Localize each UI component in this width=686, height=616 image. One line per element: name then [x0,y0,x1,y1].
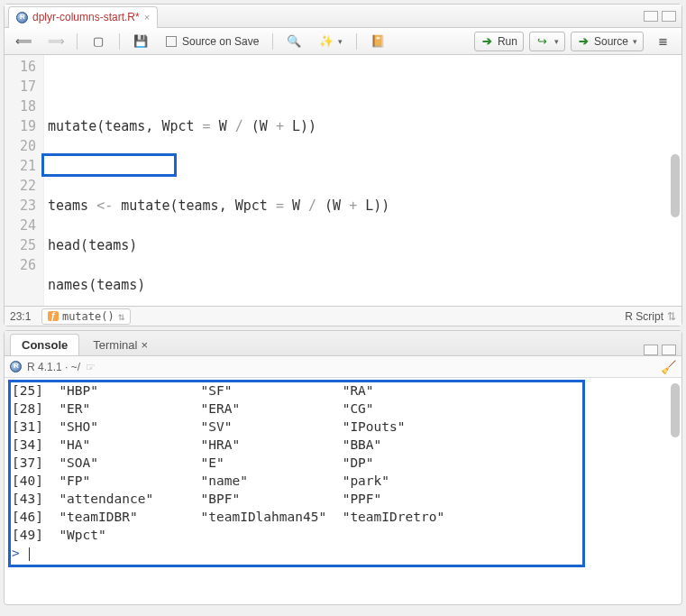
tab-terminal[interactable]: Terminal × [81,334,160,355]
cursor-position: 23:1 [10,310,31,323]
pane-window-controls [644,345,681,355]
pane-window-controls [644,11,681,22]
source-on-save-label: Source on Save [182,35,259,48]
console-output[interactable]: [25] "HBP" "SF" "RA"[28] "ER" "ERA" "CG"… [5,378,681,604]
line-number: 19 [8,116,36,136]
line-number: 23 [8,196,36,216]
scrollbar-thumb[interactable] [671,383,680,437]
tab-filename: dplyr-columns-start.R* [32,11,140,23]
source-button[interactable]: ➔ Source ▾ [571,32,644,51]
console-row: [25] "HBP" "SF" "RA" [12,382,674,400]
text-cursor [29,547,30,561]
code-line: names(teams) [48,275,678,295]
current-function: mutate() [62,310,114,323]
console-row: [37] "SOA" "E" "DP" [12,454,674,472]
maximize-pane-icon[interactable] [662,11,676,22]
line-gutter: 16 17 18 19 20 21 22 23 24 25 26 [5,55,44,306]
find-button[interactable]: 🔍 [280,32,307,51]
maximize-pane-icon[interactable] [662,345,676,355]
console-row: [43] "attendance" "BPF" "PPF" [12,490,674,508]
minimize-pane-icon[interactable] [644,11,658,22]
console-row: [31] "SHO" "SV" "IPouts" [12,418,674,436]
back-button[interactable]: ⟸ [10,32,37,51]
separator [356,33,357,50]
show-in-new-window-button[interactable]: ▢ [85,32,112,51]
clear-console-icon[interactable]: 🧹 [661,360,676,374]
line-number: 25 [8,235,36,255]
checkbox-icon [166,36,177,47]
forward-button[interactable]: ⟹ [42,32,69,51]
r-logo-icon [10,361,22,372]
console-subbar: R 4.1.1 · ~/ ☞ 🧹 [5,356,681,378]
code-line [48,77,678,97]
language-mode[interactable]: R Script [625,310,663,323]
code-editor[interactable]: 16 17 18 19 20 21 22 23 24 25 26 mutate(… [5,55,681,306]
line-number: 22 [8,176,36,196]
code-line: mutate(teams, Wpct = W / (W + L)) [48,116,678,136]
line-number: 21 [8,156,36,176]
rerun-button[interactable]: ↪▾ [529,32,565,51]
source-pane: dplyr-columns-start.R* × ⟸ ⟹ ▢ 💾 Source … [4,4,682,326]
save-button[interactable]: 💾 [127,32,154,51]
line-number: 20 [8,136,36,156]
source-statusbar: 23:1 ƒ mutate() ⇅ R Script ⇅ [5,306,681,326]
r-file-icon [16,12,28,23]
source-tabstrip: dplyr-columns-start.R* × [5,5,681,28]
run-label: Run [498,35,517,48]
minimize-pane-icon[interactable] [644,345,658,355]
function-badge-icon: ƒ [48,311,59,321]
console-row: [34] "HA" "HRA" "BBA" [12,436,674,454]
source-on-save-toggle[interactable]: Source on Save [160,32,265,51]
tab-console-label: Console [22,338,68,352]
close-icon[interactable]: × [144,12,150,23]
console-row: [28] "ER" "ERA" "CG" [12,400,674,418]
line-number: 24 [8,216,36,235]
code-area[interactable]: mutate(teams, Wpct = W / (W + L)) teams … [44,55,681,306]
console-row: [40] "FP" "name" "park" [12,472,674,490]
console-prompt-line[interactable]: > [12,544,674,562]
code-line [48,156,678,176]
close-icon[interactable]: × [141,338,148,352]
code-line: teams <- mutate(teams, Wpct = W / (W + L… [48,196,678,216]
line-number: 16 [8,57,36,77]
line-number: 17 [8,77,36,97]
console-row: [46] "teamIDBR" "teamIDlahman45" "teamID… [12,508,674,526]
function-navigator[interactable]: ƒ mutate() ⇅ [41,308,131,325]
r-session-label: R 4.1.1 · ~/ [27,361,80,373]
source-btn-label: Source [594,35,628,48]
prompt-symbol: > [12,546,20,560]
separator [119,33,120,50]
tab-terminal-label: Terminal [93,338,137,352]
outline-button[interactable]: ≣ [649,32,676,51]
source-toolbar: ⟸ ⟹ ▢ 💾 Source on Save 🔍 ✨▾ 📔 ➔ Run ↪▾ ➔… [5,28,681,55]
code-tools-button[interactable]: ✨▾ [313,32,349,51]
separator [272,33,273,50]
scrollbar-thumb[interactable] [671,154,680,217]
console-row: [49] "Wpct" [12,526,674,544]
line-number: 18 [8,97,36,116]
run-button[interactable]: ➔ Run [474,32,524,51]
tab-console[interactable]: Console [10,334,79,355]
line-number: 26 [8,255,36,275]
console-tabstrip: Console Terminal × [5,331,681,356]
code-line: head(teams) [48,235,678,255]
separator [77,33,78,50]
compile-report-button[interactable]: 📔 [364,32,391,51]
source-file-tab[interactable]: dplyr-columns-start.R* × [8,6,158,28]
console-pane: Console Terminal × R 4.1.1 · ~/ ☞ 🧹 [25]… [4,330,682,605]
